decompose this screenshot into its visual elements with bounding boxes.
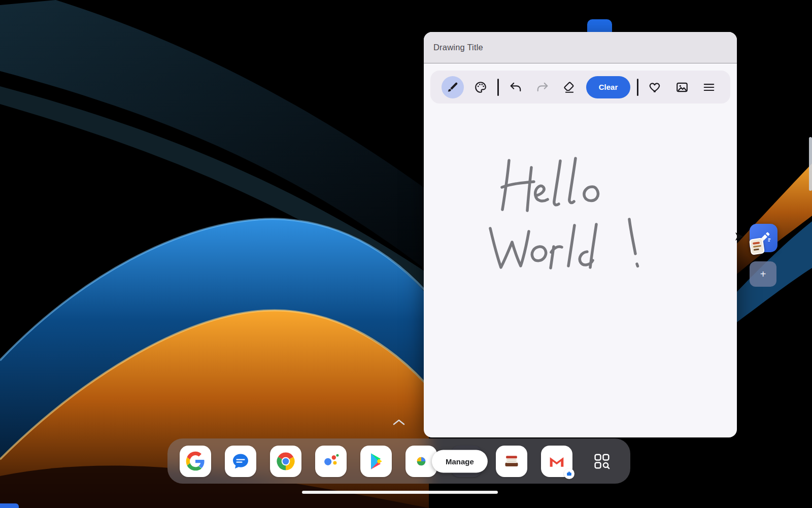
redo-icon	[536, 81, 549, 94]
image-icon	[675, 81, 689, 94]
cursor-arrow-icon	[734, 231, 745, 242]
gesture-navigation-bar[interactable]	[302, 491, 498, 494]
plus-icon: +	[760, 268, 766, 280]
drawing-toolbar: Clear	[430, 71, 730, 104]
dock: Manage	[167, 438, 630, 484]
heart-icon	[649, 81, 662, 94]
drawing-app-window: Drawing Title	[424, 32, 737, 437]
dock-app-obscured[interactable]: Manage	[451, 446, 482, 477]
add-note-button[interactable]: +	[750, 261, 776, 287]
toolbar-divider	[637, 79, 638, 96]
assistant-icon	[321, 451, 341, 471]
toolbar-divider	[497, 79, 499, 96]
photos-icon	[411, 451, 431, 471]
dock-app-gmail[interactable]	[541, 446, 572, 477]
book-icon	[501, 451, 522, 471]
canvas-handwriting	[424, 104, 737, 437]
undo-button[interactable]	[505, 77, 526, 97]
redo-button[interactable]	[532, 77, 553, 97]
palette-icon	[474, 81, 487, 94]
manage-button[interactable]: Manage	[432, 450, 488, 472]
dock-app-book[interactable]	[496, 446, 527, 477]
screen: Drawing Title	[0, 0, 812, 508]
app-drawer-search-icon	[592, 451, 612, 471]
menu-button[interactable]	[699, 77, 719, 97]
window-title: Drawing Title	[433, 43, 483, 52]
dock-app-google[interactable]	[180, 446, 211, 477]
corner-accent	[0, 503, 19, 508]
undo-icon	[509, 81, 522, 94]
briefcase-icon	[566, 470, 572, 477]
work-profile-badge	[564, 468, 574, 479]
menu-icon	[702, 81, 716, 94]
chevron-up-icon[interactable]	[392, 418, 406, 426]
palette-button[interactable]	[470, 77, 491, 97]
app-drawer-button[interactable]	[586, 446, 618, 477]
window-titlebar[interactable]: Drawing Title	[424, 32, 737, 63]
eraser-icon	[563, 81, 576, 94]
clear-button[interactable]: Clear	[586, 76, 631, 98]
play-store-icon	[366, 451, 386, 471]
dock-app-play-store[interactable]	[360, 446, 392, 477]
google-icon	[185, 451, 206, 471]
brush-tool-button[interactable]	[442, 76, 464, 98]
insert-image-button[interactable]	[672, 77, 692, 97]
brush-icon	[446, 81, 459, 94]
eraser-button[interactable]	[559, 77, 580, 97]
favorite-button[interactable]	[645, 77, 665, 97]
chrome-icon	[276, 451, 296, 471]
sticker-icon	[749, 238, 765, 255]
edge-scrollbar[interactable]	[809, 137, 812, 191]
drawing-canvas[interactable]	[424, 104, 737, 437]
dock-app-messages[interactable]	[225, 446, 256, 477]
messages-icon	[230, 451, 251, 471]
dock-app-assistant[interactable]	[315, 446, 347, 477]
dock-app-chrome[interactable]	[270, 446, 301, 477]
gmail-icon	[547, 451, 567, 471]
